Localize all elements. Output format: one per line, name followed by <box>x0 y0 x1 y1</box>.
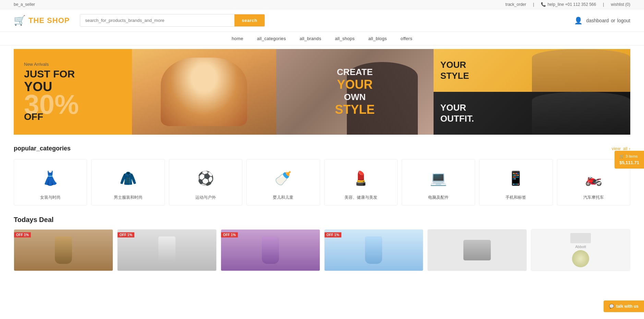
banner-top[interactable]: YOUR STYLE <box>434 49 630 92</box>
user-icon: 👤 <box>574 16 583 25</box>
own-text: OWN <box>335 92 375 102</box>
category-beauty[interactable]: 💄 美容、健康与美发 <box>324 159 398 206</box>
deal-card-5[interactable] <box>427 229 527 271</box>
your-outfit-line1: YOUR <box>440 102 474 113</box>
helpline: 📞 help_line +01 112 352 566 <box>541 2 596 7</box>
cart-logo-icon: 🛒 <box>14 15 26 26</box>
mens-fashion-icon: 🧥 <box>116 166 140 190</box>
just-for-text: JUST FOR <box>24 68 79 79</box>
cart-items-count: 🛒 3 items <box>619 154 639 159</box>
banner-bottom-text: YOUR OUTFIT. <box>440 102 474 124</box>
category-sports[interactable]: ⚽ 运动与户外 <box>169 159 242 206</box>
banner-top-text: YOUR STYLE <box>440 60 469 81</box>
header: 🛒 THE SHOP search 👤 dashboard or logout <box>0 9 644 32</box>
cart-items-label: 3 items <box>625 154 637 158</box>
popular-categories-section: popular_categories view_all › 👗 女装与时尚 🧥 … <box>0 135 644 209</box>
model-silhouette-bottom <box>532 92 630 135</box>
banner-main[interactable]: New Arrivals JUST FOR YOU 30% OFF <box>14 49 276 135</box>
nav-home[interactable]: home <box>232 36 243 41</box>
banner-right: YOUR STYLE YOUR OUTFIT. <box>434 49 630 135</box>
cart-total-price: $5,111.71 <box>619 160 639 165</box>
off-badge-3: OFF 1% <box>221 232 238 237</box>
hero-section: New Arrivals JUST FOR YOU 30% OFF CREATE… <box>14 49 630 135</box>
top-bar-right: track_order | 📞 help_line +01 112 352 56… <box>506 2 630 7</box>
track-order-link[interactable]: track_order <box>506 2 526 7</box>
search-button[interactable]: search <box>234 14 265 26</box>
deals-grid: OFF 1% OFF 1% OFF 1% OFF 1% <box>14 229 630 271</box>
sports-icon: ⚽ <box>194 166 218 190</box>
womens-fashion-label: 女装与时尚 <box>40 195 61 200</box>
sports-label: 运动与户外 <box>195 195 216 200</box>
off-badge-1: OFF 1% <box>14 232 31 237</box>
deal-card-4[interactable]: OFF 1% <box>324 229 424 271</box>
category-phones[interactable]: 📱 手机和标签 <box>479 159 552 206</box>
phone-icon: 📞 <box>541 2 546 7</box>
todays-deal-section: Todays Deal OFF 1% OFF 1% OFF 1% OFF 1% <box>0 209 644 274</box>
wishlist-link[interactable]: wishlist (0) <box>611 2 630 7</box>
your-style-line1: YOUR <box>440 60 469 70</box>
mens-fashion-label: 男士服装和时尚 <box>114 195 143 200</box>
logo-text: THE SHOP <box>28 16 70 25</box>
deals-title: Todays Deal <box>14 216 630 224</box>
search-bar: search <box>80 14 265 27</box>
beauty-label: 美容、健康与美发 <box>344 195 377 200</box>
deal-card-1[interactable]: OFF 1% <box>14 229 113 271</box>
create-text: CREATE <box>335 67 375 77</box>
dashboard-link[interactable]: dashboard <box>586 18 609 23</box>
category-baby[interactable]: 🍼 婴儿和儿童 <box>246 159 320 206</box>
your-outfit-line2: OUTFIT. <box>440 113 474 124</box>
categories-grid: 👗 女装与时尚 🧥 男士服装和时尚 ⚽ 运动与户外 🍼 婴儿和儿童 💄 美容、健… <box>14 159 630 206</box>
banner-center-text: CREATE YOUR OWN STYLE <box>335 67 375 117</box>
banner-main-model <box>132 49 276 135</box>
model-silhouette-top <box>532 49 630 92</box>
nav-all-categories[interactable]: all_categories <box>257 36 286 41</box>
computers-icon: 💻 <box>426 166 450 190</box>
your-text: YOUR <box>335 77 375 92</box>
nav-all-blogs[interactable]: all_blogs <box>368 36 387 41</box>
cart-icon: 🛒 <box>619 154 624 159</box>
beauty-icon: 💄 <box>349 166 373 190</box>
divider: | <box>603 2 604 7</box>
off-badge-4: OFF 1% <box>325 232 341 237</box>
deal-card-6[interactable]: Abbott <box>531 229 630 271</box>
banner-bottom[interactable]: YOUR OUTFIT. <box>434 92 630 135</box>
nav-all-shops[interactable]: all_shops <box>335 36 355 41</box>
womens-fashion-icon: 👗 <box>38 166 62 190</box>
header-right: 👤 dashboard or logout <box>574 16 630 25</box>
main-nav: home all_categories all_brands all_shops… <box>0 32 644 46</box>
helpline-text: help_line +01 112 352 566 <box>547 2 596 7</box>
phones-label: 手机和标签 <box>506 195 526 200</box>
categories-title: popular_categories <box>14 145 71 152</box>
computers-label: 电脑及配件 <box>428 195 449 200</box>
category-computers[interactable]: 💻 电脑及配件 <box>402 159 475 206</box>
be-seller-link[interactable]: be_a_seller <box>14 2 35 7</box>
logo[interactable]: 🛒 THE SHOP <box>14 15 70 26</box>
deal-card-3[interactable]: OFF 1% <box>221 229 320 271</box>
search-input[interactable] <box>80 14 234 26</box>
nav-offers[interactable]: offers <box>401 36 412 41</box>
baby-icon: 🍼 <box>271 166 295 190</box>
new-arrivals-text: New Arrivals <box>24 62 79 67</box>
baby-label: 婴儿和儿童 <box>273 195 293 200</box>
auto-label: 汽车摩托车 <box>583 195 604 200</box>
phones-icon: 📱 <box>504 166 528 190</box>
divider: | <box>533 2 534 7</box>
cart-widget[interactable]: 🛒 3 items $5,111.71 <box>615 151 644 169</box>
banner-main-text: New Arrivals JUST FOR YOU 30% OFF <box>24 62 79 122</box>
categories-header: popular_categories view_all › <box>14 145 630 152</box>
off-badge-2: OFF 1% <box>118 232 134 237</box>
logo-shop: SHOP <box>45 16 70 25</box>
auto-icon: 🏍️ <box>582 166 606 190</box>
top-bar: be_a_seller track_order | 📞 help_line +0… <box>0 0 644 9</box>
category-womens-fashion[interactable]: 👗 女装与时尚 <box>14 159 87 206</box>
deal-img-6: Abbott <box>531 230 630 271</box>
your-style-line2: STYLE <box>440 71 469 81</box>
category-mens-fashion[interactable]: 🧥 男士服装和时尚 <box>91 159 165 206</box>
deal-card-2[interactable]: OFF 1% <box>117 229 217 271</box>
logout-link[interactable]: logout <box>617 18 630 23</box>
nav-all-brands[interactable]: all_brands <box>300 36 321 41</box>
logo-the: THE <box>28 16 45 25</box>
style-text: STYLE <box>335 102 375 117</box>
or-text: or <box>611 18 615 23</box>
banner-center[interactable]: CREATE YOUR OWN STYLE <box>276 49 434 135</box>
